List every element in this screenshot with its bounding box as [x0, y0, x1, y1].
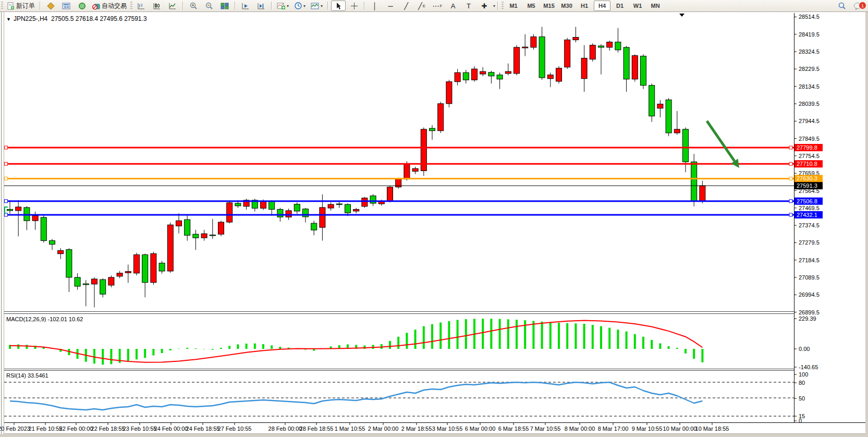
horizontal-line-tool-button[interactable]: ─	[383, 1, 398, 11]
tile-windows-button[interactable]	[217, 1, 232, 11]
timeframe-M5-button[interactable]: M5	[523, 1, 540, 11]
low-value: 27495.6	[100, 15, 122, 22]
candle	[581, 58, 587, 79]
separator	[364, 2, 365, 10]
candlestick-chart-button[interactable]	[150, 1, 164, 11]
dropdown-caret: ▾	[321, 4, 323, 8]
line-handle[interactable]	[5, 162, 8, 165]
candle	[632, 56, 638, 79]
time-axis-label: 8 Mar 00:00	[565, 426, 595, 432]
line-handle[interactable]	[5, 146, 8, 149]
timeframe-H1-button[interactable]: H1	[576, 1, 593, 11]
navigator-button[interactable]	[75, 1, 89, 11]
zoom-in-icon	[189, 2, 198, 10]
trendline-tool-button[interactable]: ╱	[399, 1, 413, 11]
axis-badge-label: 27799.8	[797, 144, 817, 151]
candle	[480, 71, 486, 74]
line-handle[interactable]	[789, 200, 792, 203]
candle	[7, 209, 13, 211]
axis-badge-label: 27591.3	[797, 183, 817, 189]
templates-button[interactable]: ▾	[309, 1, 325, 11]
price-axis-label: 28324.5	[799, 48, 820, 55]
open-value: 27505.5	[51, 15, 74, 22]
periods-button[interactable]: ▾	[292, 1, 308, 11]
line-chart-button[interactable]	[165, 1, 180, 11]
symbol-and-period: JPN225-,H4	[14, 15, 47, 22]
price-axis-label: 27374.5	[799, 222, 820, 228]
line-handle[interactable]	[5, 200, 8, 203]
timeframe-D1-button[interactable]: D1	[612, 1, 628, 11]
macd-histogram-bar	[592, 325, 594, 349]
autoscroll-button[interactable]	[238, 1, 253, 11]
candle	[641, 56, 646, 86]
candle	[531, 37, 536, 47]
new-order-button[interactable]: 新订单	[5, 1, 37, 11]
time-axis-label: 27 Feb 10:55	[218, 426, 252, 432]
candle	[463, 72, 469, 80]
candle	[176, 221, 182, 226]
price-axis-label: 27469.5	[799, 205, 820, 211]
text-tool-button[interactable]: A	[446, 1, 460, 11]
candle	[657, 104, 663, 108]
macd-axis-label: -140.65	[799, 364, 818, 370]
chart-shift-button[interactable]	[254, 1, 268, 11]
text-label-tool-button[interactable]: T	[461, 1, 476, 11]
timeframe-W1-button[interactable]: W1	[629, 1, 646, 11]
candle	[573, 38, 579, 40]
timeframe-M15-button[interactable]: M15	[541, 1, 557, 11]
axis-badge-label: 27432.1	[797, 212, 817, 218]
macd-histogram-bar	[262, 344, 264, 349]
chart-menu-triangle-icon[interactable]: ▼	[6, 17, 11, 22]
timeframe-M1-button[interactable]: M1	[505, 1, 522, 11]
candle	[210, 235, 215, 236]
quotes-button[interactable]	[43, 1, 58, 11]
autotrade-button[interactable]: 自动交易	[90, 1, 129, 11]
time-axis-label: 28 Feb 00:00	[268, 426, 302, 432]
toolbar-grip	[502, 2, 504, 10]
candle	[167, 225, 173, 271]
candle	[556, 68, 562, 81]
macd-histogram-bar	[701, 349, 703, 362]
line-handle[interactable]	[789, 162, 792, 165]
indicators-button[interactable]: ▾	[275, 1, 291, 11]
vertical-line-tool-button[interactable]: │	[368, 1, 382, 11]
candle	[353, 209, 359, 211]
timeframe-M30-button[interactable]: M30	[558, 1, 575, 11]
macd-histogram-bar	[499, 319, 501, 349]
new-order-label: 新订单	[16, 2, 35, 10]
chart-canvas[interactable]: 28514.528419.528324.528229.528134.528039…	[0, 11, 868, 437]
rsi-axis-label: 0	[799, 418, 802, 424]
macd-histogram-bar	[389, 341, 391, 349]
time-axis-label: 6 Mar 00:00	[465, 426, 496, 432]
rsi-axis-label: 100	[799, 371, 808, 378]
time-axis-label: 1 Mar 10:55	[335, 426, 365, 432]
line-handle[interactable]	[789, 213, 792, 216]
macd-indicator-label: MACD(12,26,9) -102.01 10.62	[6, 316, 83, 322]
market-watch-button[interactable]	[59, 1, 74, 11]
search-icon	[838, 2, 846, 10]
crosshair-button[interactable]	[347, 1, 361, 11]
chart-background	[0, 11, 868, 437]
macd-histogram-bar	[246, 344, 248, 349]
timeframe-H4-button[interactable]: H4	[594, 1, 610, 11]
line-handle[interactable]	[789, 146, 792, 149]
equidistant-channel-tool-button[interactable]: ╱E	[414, 1, 429, 11]
timeframe-MN-button[interactable]: MN	[647, 1, 664, 11]
candle	[159, 263, 165, 271]
search-button[interactable]	[835, 1, 849, 11]
zoom-in-button[interactable]	[186, 1, 201, 11]
line-handle[interactable]	[5, 177, 8, 180]
fibonacci-tool-button[interactable]: ⋯F	[430, 1, 445, 11]
candle	[649, 86, 655, 116]
bar-chart-icon	[137, 2, 145, 10]
time-axis-label: 2 Mar 00:00	[368, 426, 399, 432]
arrows-tool-button[interactable]: ✚	[477, 1, 492, 11]
price-axis-label: 27279.5	[799, 239, 820, 246]
zoom-out-button[interactable]	[202, 1, 216, 11]
cursor-button[interactable]	[331, 1, 346, 11]
candle	[235, 203, 241, 206]
line-handle[interactable]	[789, 177, 792, 180]
notification-badge: 1	[859, 2, 866, 9]
bar-chart-button[interactable]	[134, 1, 149, 11]
notifications-button[interactable]: 1	[850, 1, 865, 11]
